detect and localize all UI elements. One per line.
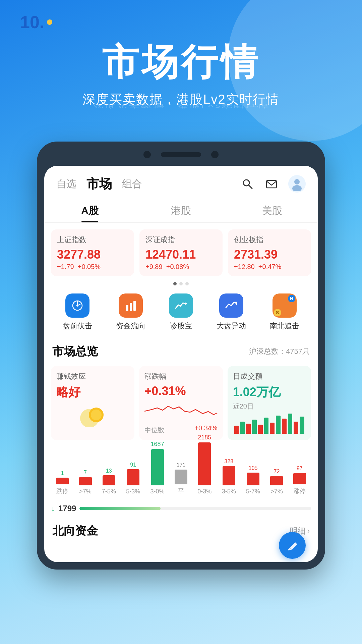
svg-rect-7 (126, 305, 128, 311)
feature-dapan[interactable]: 大盘异动 (217, 293, 246, 331)
bar-top-53: 91 (130, 462, 136, 468)
index-value-shenzhen: 12470.11 (145, 248, 217, 262)
svg-point-3 (294, 179, 300, 184)
section-header-market: 市场总览 沪深总数：4757只 (44, 338, 318, 363)
feature-nanbei[interactable]: N S 南北追击 (270, 293, 299, 331)
index-change-shenzhen: +9.89 +0.08% (145, 263, 217, 271)
risefall-chart (144, 399, 217, 423)
version-dot (47, 19, 52, 25)
volume-title: 日成交额 (233, 371, 306, 381)
indicator-arrow: ↓ (51, 504, 55, 513)
bar-g7 (79, 477, 92, 485)
phone-speaker (161, 152, 201, 157)
bar-top-03: 2185 (198, 434, 211, 441)
index-card-chinext[interactable]: 创业板指 2731.39 +12.80 +0.47% (228, 229, 311, 276)
nav-item-zuhe[interactable]: 组合 (122, 177, 142, 191)
vol-bar-4 (252, 420, 257, 434)
page-wrapper: 10. 市场行情 深度买卖数据，港股Lv2实时行情 深度买卖数据，港股Lv2实时… (0, 0, 362, 570)
feature-icon-dapan (219, 293, 243, 318)
earn-value: 略好 (56, 384, 129, 400)
volume-subtitle: 近20日 (233, 402, 306, 411)
feature-label-zhengu: 诊股宝 (170, 321, 192, 331)
risefall-sub-val: +0.34% (194, 424, 217, 435)
fab-button[interactable] (279, 532, 306, 559)
svg-rect-9 (133, 301, 136, 311)
bar-top-l7: 72 (274, 469, 280, 475)
market-card-volume[interactable]: 日成交额 1.02万亿 近20日 (228, 366, 311, 440)
vol-bar-11 (294, 422, 298, 434)
tab-hk-shares[interactable]: 港股 (135, 198, 227, 222)
market-cards: 赚钱效应 略好 (44, 363, 318, 445)
screen-inner: 自选 市场 组合 (44, 166, 318, 562)
vol-bar-6 (264, 418, 269, 434)
bar-zhangtng (293, 473, 306, 484)
north-more-arrow: › (307, 526, 310, 536)
feature-zijin[interactable]: 资金流向 (116, 293, 145, 331)
bar-bot-flat: 平 (178, 487, 184, 495)
dot-3 (185, 282, 189, 285)
nav-item-shichang[interactable]: 市场 (86, 175, 112, 193)
market-card-risefal[interactable]: 涨跌幅 +0.31% 中位数 +0.34% (139, 366, 223, 440)
bar-57 (247, 473, 259, 485)
bar-30 (151, 449, 164, 485)
index-card-shenzhen[interactable]: 深证成指 12470.11 +9.89 +0.08% (139, 229, 223, 276)
bar-75 (103, 475, 115, 485)
indicator-bar-bg (79, 507, 311, 510)
bar-section: 1 跌停 7 >7% 1 (44, 445, 318, 500)
phone-camera-right (211, 151, 219, 158)
vol-bar-1 (234, 426, 239, 434)
risefall-sub-label: 中位数 (144, 426, 165, 435)
bar-top-flat: 171 (177, 462, 186, 468)
bar-top-75: 13 (106, 468, 112, 474)
index-card-shanghai[interactable]: 上证指数 3277.88 +1.79 +0.05% (51, 229, 134, 276)
vol-bar-8 (276, 416, 281, 434)
market-overview-title: 市场总览 (52, 344, 98, 359)
index-change-shanghai: +1.79 +0.05% (57, 263, 128, 271)
phone-camera (143, 151, 151, 158)
feature-icon-zhengu (169, 293, 193, 318)
indicator-bar-fill (79, 507, 161, 510)
feature-panqian[interactable]: 盘前伏击 (63, 293, 92, 331)
feature-label-panqian: 盘前伏击 (63, 321, 92, 331)
bar-col-03: 2185 0-3% (197, 434, 212, 495)
bar-col-53: 91 5-3% (126, 462, 140, 495)
nav-item-zixuan[interactable]: 自选 (56, 177, 76, 191)
market-card-earn[interactable]: 赚钱效应 略好 (51, 366, 134, 440)
tabs-row: A股 港股 美股 (44, 198, 318, 223)
bar-top-g7: 7 (84, 470, 87, 476)
north-funds-title: 北向资金 (52, 523, 98, 539)
bar-top-ditinting: 1 (61, 470, 64, 476)
feature-zhengu[interactable]: 诊股宝 (169, 293, 193, 331)
index-cards: 上证指数 3277.88 +1.79 +0.05% 深证成指 12470.11 … (44, 223, 318, 279)
nav-right (240, 175, 306, 193)
svg-point-10 (185, 303, 187, 305)
pagination-dots (44, 279, 318, 288)
tab-a-shares[interactable]: A股 (44, 198, 135, 222)
bar-col-57: 105 5-7% (246, 465, 260, 495)
earn-title: 赚钱效应 (56, 371, 129, 381)
risefall-value: +0.31% (144, 384, 217, 398)
mail-icon[interactable] (264, 176, 279, 191)
bar-bot-03: 0-3% (197, 488, 212, 495)
hero-circle-decoration (228, 0, 362, 141)
index-name-shanghai: 上证指数 (57, 235, 128, 245)
bar-bot-75: 7-5% (102, 488, 116, 495)
indicator-row: ↓ 1799 (51, 504, 311, 513)
fab-spacer (44, 542, 318, 562)
bar-col-l7: 72 >7% (270, 469, 283, 495)
feature-icon-panqian (65, 293, 89, 318)
feature-label-zijin: 资金流向 (116, 321, 145, 331)
bar-col-flat: 171 平 (175, 462, 187, 495)
feature-icon-zijin (119, 293, 143, 318)
bar-col-g7: 7 >7% (79, 470, 92, 495)
search-icon[interactable] (240, 176, 255, 191)
bar-col-75: 13 7-5% (102, 468, 116, 495)
index-change-chinext: +12.80 +0.47% (234, 263, 305, 271)
avatar[interactable] (288, 175, 306, 193)
tab-us-shares[interactable]: 美股 (227, 198, 318, 222)
index-value-shanghai: 3277.88 (57, 248, 128, 262)
bar-53 (127, 469, 139, 485)
feature-icon-nanbei: N S (273, 293, 297, 318)
dot-1 (173, 282, 177, 285)
bar-35 (223, 466, 235, 485)
